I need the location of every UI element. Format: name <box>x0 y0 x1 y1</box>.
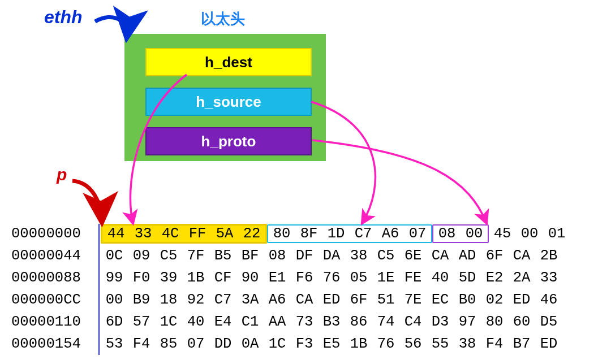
hex-byte: CF <box>209 267 236 289</box>
hex-byte: 7E <box>399 289 427 311</box>
hex-byte: 2A <box>508 267 535 289</box>
hex-byte: 05 <box>345 267 372 289</box>
hex-byte: F6 <box>291 267 318 289</box>
hex-byte: C5 <box>155 245 182 267</box>
hex-byte: 51 <box>372 289 399 311</box>
hex-byte: 46 <box>535 289 562 311</box>
hex-byte: 40 <box>427 267 454 289</box>
diagram-root: { "labels": { "ethh": "ethh", "title": "… <box>0 0 611 364</box>
hex-byte: 1B <box>182 267 209 289</box>
hex-byte: C4 <box>399 311 427 333</box>
hex-byte: E1 <box>264 267 291 289</box>
hex-byte: EC <box>427 289 454 311</box>
hex-byte: 02 <box>481 289 508 311</box>
arrow-ethh <box>95 17 127 37</box>
hex-byte: B5 <box>209 245 236 267</box>
hex-byte: 6F <box>345 289 372 311</box>
hex-byte: 85 <box>155 333 182 355</box>
bytes-source: 808F1DC7A607 <box>267 224 432 243</box>
hex-byte: 45 <box>489 223 516 245</box>
hex-byte: CA <box>427 245 454 267</box>
ethh-label: ethh <box>44 7 83 28</box>
hex-byte: 1B <box>345 333 372 355</box>
hex-byte: 01 <box>543 223 570 245</box>
hex-row: 0000008899F0391BCF90E1F676051EFE405DE22A… <box>11 267 570 289</box>
hex-byte: B0 <box>454 289 481 311</box>
hex-byte: F3 <box>291 333 318 355</box>
hex-dump: 0000000044334CFF5A22808F1DC7A60708004500… <box>11 223 570 355</box>
hex-byte: FE <box>399 267 427 289</box>
hex-byte: DD <box>209 333 236 355</box>
hex-byte: AA <box>264 311 291 333</box>
struct-title: 以太头 <box>201 9 245 29</box>
hex-row: 000000440C09C57FB5BF08DFDA38C56ECAAD6FCA… <box>11 245 570 267</box>
hex-byte: E2 <box>481 267 508 289</box>
hex-byte: 3A <box>236 289 264 311</box>
hex-byte: 7F <box>182 245 209 267</box>
hex-row: 0000000044334CFF5A22808F1DC7A60708004500… <box>11 223 570 245</box>
hex-byte: 09 <box>128 245 155 267</box>
hex-byte: F4 <box>128 333 155 355</box>
hex-byte: 38 <box>345 245 372 267</box>
hex-byte: 38 <box>454 333 481 355</box>
bytes-proto: 0800 <box>432 224 489 243</box>
field-h-source: h_source <box>145 88 312 116</box>
hex-byte: 1C <box>264 333 291 355</box>
hex-byte: 76 <box>318 267 345 289</box>
hex-byte: D3 <box>427 311 454 333</box>
hex-byte: 39 <box>155 267 182 289</box>
hex-byte: 90 <box>236 267 264 289</box>
hex-byte: 5D <box>454 267 481 289</box>
hex-byte: AD <box>454 245 481 267</box>
hex-byte: B7 <box>508 333 535 355</box>
hex-byte: 00 <box>516 223 543 245</box>
hex-byte: 6F <box>481 245 508 267</box>
hex-byte: 0C <box>101 245 128 267</box>
arrow-proto <box>312 140 487 223</box>
hex-byte: DA <box>318 245 345 267</box>
hex-byte: 0A <box>236 333 264 355</box>
hex-row: 000000CC00B91892C73AA6CAED6F517EECB002ED… <box>11 289 570 311</box>
hex-offset: 00000000 <box>11 223 91 245</box>
hex-byte: E4 <box>209 311 236 333</box>
hex-byte: C7 <box>209 289 236 311</box>
hex-byte: F4 <box>481 333 508 355</box>
hex-offset: 00000110 <box>11 311 91 333</box>
hex-byte: 07 <box>182 333 209 355</box>
hex-row: 0000015453F48507DD0A1CF3E51B76565538F4B7… <box>11 333 570 355</box>
field-h-proto: h_proto <box>145 127 312 155</box>
hex-byte: 1C <box>155 311 182 333</box>
hex-byte: A6 <box>264 289 291 311</box>
hex-byte: E5 <box>318 333 345 355</box>
hex-byte: 73 <box>291 311 318 333</box>
hex-byte: 60 <box>508 311 535 333</box>
bytes-dest: 44334CFF5A22 <box>101 224 267 244</box>
hex-byte: 80 <box>481 311 508 333</box>
hex-row: 000001106D571C40E4C1AA73B38674C4D3978060… <box>11 311 570 333</box>
hex-byte: 97 <box>454 311 481 333</box>
hex-offset: 00000088 <box>11 267 91 289</box>
hex-byte: 86 <box>345 311 372 333</box>
hex-byte: 1E <box>372 267 399 289</box>
hex-byte: 99 <box>101 267 128 289</box>
hex-byte: ED <box>508 289 535 311</box>
hex-byte: 18 <box>155 289 182 311</box>
hex-byte: 08 <box>264 245 291 267</box>
hex-byte: 92 <box>182 289 209 311</box>
hex-byte: 40 <box>182 311 209 333</box>
hex-byte: 6D <box>101 311 128 333</box>
hex-byte: CA <box>291 289 318 311</box>
hex-byte: 33 <box>535 267 562 289</box>
hex-byte: 53 <box>101 333 128 355</box>
field-h-dest: h_dest <box>145 48 312 76</box>
hex-byte: D5 <box>535 311 562 333</box>
hex-offset: 00000044 <box>11 245 91 267</box>
arrow-p <box>72 181 102 222</box>
hex-byte: ED <box>318 289 345 311</box>
hex-offset: 00000154 <box>11 333 91 355</box>
hex-byte: C5 <box>372 245 399 267</box>
hex-byte: 57 <box>128 311 155 333</box>
hex-byte: 55 <box>427 333 454 355</box>
hex-byte: 00 <box>101 289 128 311</box>
hex-byte: ED <box>535 333 562 355</box>
